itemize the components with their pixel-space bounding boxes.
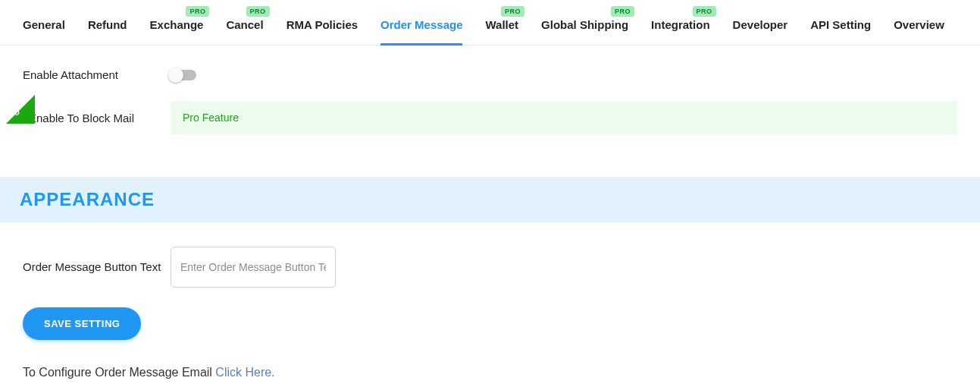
- tab-label: Cancel: [226, 18, 263, 31]
- settings-tabs: GeneralRefundExchangePROCancelPRORMA Pol…: [0, 0, 980, 46]
- tab-label: API Setting: [810, 18, 871, 31]
- order-message-button-text-label: Order Message Button Text: [23, 259, 171, 276]
- enable-block-mail-control: Pro Feature: [171, 101, 957, 134]
- footer-link[interactable]: Click Here.: [215, 366, 274, 379]
- tab-order-message[interactable]: Order Message: [380, 3, 462, 45]
- order-message-button-text-input[interactable]: [171, 247, 336, 288]
- tab-rma-policies[interactable]: RMA Policies: [286, 3, 358, 45]
- pro-badge-icon: PRO: [693, 6, 716, 17]
- pro-feature-banner: Pro Feature: [171, 101, 957, 134]
- pro-corner-icon: [6, 95, 35, 124]
- save-setting-button[interactable]: SAVE SETTING: [23, 307, 141, 340]
- tab-label: Wallet: [485, 18, 518, 31]
- tab-label: General: [23, 18, 65, 31]
- settings-content: Enable Attachment PRO Enable To Block Ma…: [0, 46, 980, 162]
- enable-attachment-control: [171, 70, 957, 80]
- tab-cancel[interactable]: CancelPRO: [226, 3, 263, 45]
- tab-label: Order Message: [380, 18, 462, 31]
- tab-label: Refund: [88, 18, 127, 31]
- tab-global-shipping[interactable]: Global ShippingPRO: [541, 3, 628, 45]
- enable-block-mail-label: Enable To Block Mail: [23, 112, 171, 124]
- tab-api-setting[interactable]: API Setting: [810, 3, 871, 45]
- footer-prefix: To Configure Order Message Email: [23, 366, 215, 379]
- footer-text: To Configure Order Message Email Click H…: [23, 366, 957, 379]
- pro-badge-icon: PRO: [611, 6, 634, 17]
- enable-attachment-toggle[interactable]: [171, 70, 196, 80]
- tab-label: Global Shipping: [541, 18, 628, 31]
- tab-developer[interactable]: Developer: [733, 3, 788, 45]
- tab-exchange[interactable]: ExchangePRO: [150, 3, 204, 45]
- order-message-button-text-control: [171, 247, 957, 288]
- appearance-content: Order Message Button Text SAVE SETTING T…: [0, 244, 980, 384]
- tab-label: RMA Policies: [286, 18, 358, 31]
- tab-wallet[interactable]: WalletPRO: [485, 3, 518, 45]
- pro-badge-icon: PRO: [501, 6, 524, 17]
- tab-label: Overview: [894, 18, 944, 31]
- tab-label: Integration: [651, 18, 710, 31]
- tab-overview[interactable]: Overview: [894, 3, 944, 45]
- section-header-appearance: APPEARANCE: [0, 177, 980, 222]
- row-enable-attachment: Enable Attachment: [23, 68, 957, 81]
- enable-attachment-label: Enable Attachment: [23, 68, 171, 81]
- pro-badge-icon: PRO: [246, 6, 270, 17]
- tab-label: Developer: [733, 18, 788, 31]
- row-order-message-button-text: Order Message Button Text: [23, 247, 957, 288]
- tab-general[interactable]: General: [23, 3, 65, 45]
- tab-integration[interactable]: IntegrationPRO: [651, 3, 710, 45]
- toggle-knob: [168, 68, 183, 83]
- tab-label: Exchange: [150, 18, 204, 31]
- tab-refund[interactable]: Refund: [88, 3, 127, 45]
- pro-badge-icon: PRO: [186, 6, 209, 17]
- row-enable-block-mail: PRO Enable To Block Mail Pro Feature: [23, 101, 957, 134]
